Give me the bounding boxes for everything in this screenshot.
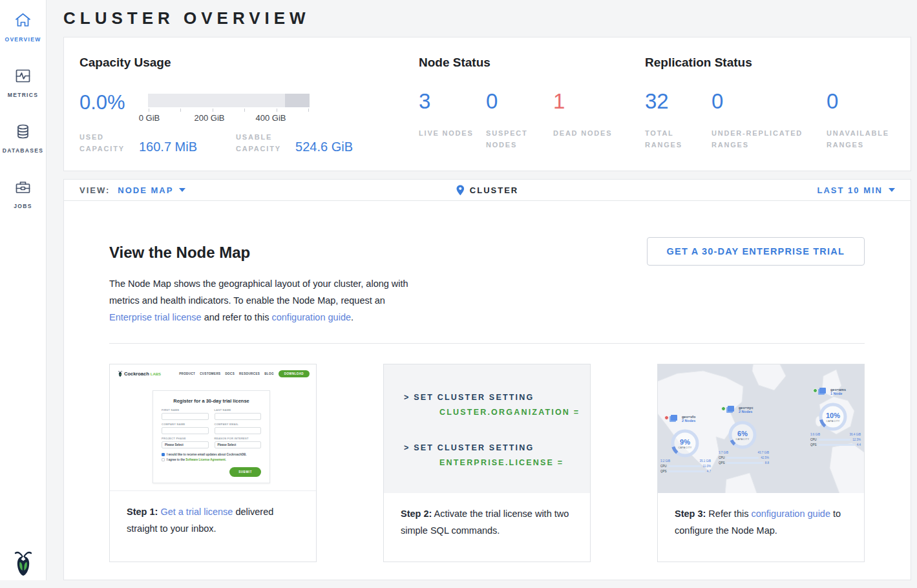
- sidebar: OVERVIEW METRICS DATABASES: [0, 0, 47, 588]
- field-label: PROJECT PHASE: [162, 437, 209, 440]
- sql-argument: ENTERPRISE.LICENSE =: [439, 458, 590, 467]
- sql-command: SET CLUSTER SETTING: [414, 443, 534, 452]
- replication-status-section: Replication Status 32 TOTAL RANGES 0 UND…: [645, 56, 886, 171]
- divider: [109, 343, 865, 344]
- step-2-caption: Step 2: Activate the trial license with …: [384, 493, 590, 539]
- select-input: Please Select: [162, 441, 209, 448]
- cluster-summary-card: Capacity Usage 0.0% 0 GiB 200 GiB 400 Gi…: [63, 37, 911, 171]
- view-bar: VIEW: NODE MAP CLUSTER LAST 10 MIN: [63, 179, 911, 201]
- description-text: The Node Map shows the geographical layo…: [109, 278, 408, 306]
- suspect-nodes-cell: 0 SUSPECT NODES: [486, 89, 553, 151]
- step-3-caption: Step 3: Refer this configuration guide t…: [658, 493, 864, 539]
- dead-nodes-cell: 1 DEAD NODES: [553, 89, 613, 151]
- under-replicated-ranges-value: 0: [711, 89, 827, 114]
- capacity-usage-section: Capacity Usage 0.0% 0 GiB 200 GiB 400 Gi…: [79, 56, 419, 171]
- select-input: Please Select: [215, 441, 262, 448]
- get-trial-license-link[interactable]: Get a trial license: [160, 507, 233, 517]
- sql-command: SET CLUSTER SETTING: [414, 393, 534, 402]
- used-capacity: 3.2 GiB: [660, 459, 670, 463]
- capacity-label: CAPACITY: [678, 446, 691, 449]
- sidebar-item-label: OVERVIEW: [5, 36, 41, 43]
- total-capacity: 35.1 GiB: [699, 459, 711, 463]
- sidebar-item-jobs[interactable]: JOBS: [0, 178, 47, 209]
- capacity-percent: 9%: [680, 438, 690, 446]
- configuration-guide-link[interactable]: configuration guide: [271, 312, 351, 322]
- chevron-down-icon: [179, 188, 185, 192]
- briefcase-icon: [14, 178, 32, 198]
- capacity-usage-title: Capacity Usage: [79, 56, 419, 70]
- used-capacity: 3.7 GiB: [719, 451, 728, 454]
- page-background-strip: [0, 580, 917, 588]
- node-map-panel: View the Node Map GET A 30-DAY ENTERPRIS…: [63, 201, 911, 580]
- capacity-label: CAPACITY: [735, 438, 749, 441]
- prompt-symbol: >: [404, 393, 410, 402]
- sidebar-item-databases[interactable]: DATABASES: [0, 123, 47, 154]
- usable-capacity-label: USABLE CAPACITY: [236, 131, 295, 154]
- view-selector-dropdown[interactable]: NODE MAP: [118, 185, 185, 195]
- configuration-guide-link[interactable]: configuration guide: [751, 509, 830, 519]
- nav-item: BLOG: [264, 372, 274, 375]
- prompt-symbol: >: [404, 443, 410, 452]
- node-cube-icon: [671, 415, 677, 421]
- usable-capacity-value: 524.6 GiB: [295, 140, 353, 154]
- tick-label: 400 GiB: [256, 113, 286, 123]
- checkbox-label: I agree to the Software License Agreemen…: [167, 458, 226, 461]
- capacity-percent: 0.0%: [79, 91, 148, 125]
- total-ranges-value: 32: [645, 89, 711, 114]
- sidebar-item-label: JOBS: [14, 203, 32, 209]
- cpu-label: CPU: [810, 438, 818, 441]
- map-node-ams-stats: 3.6 GiB36.4 GiB CPU12.3% QPS4.4: [810, 433, 861, 448]
- under-replicated-ranges-label: UNDER-REPLICATED RANGES: [711, 127, 808, 151]
- sidebar-item-overview[interactable]: OVERVIEW: [0, 12, 47, 43]
- field-label: FIRST NAME: [162, 408, 209, 412]
- checkbox-label: I would like to receive email updates ab…: [167, 453, 247, 456]
- text-input: [162, 427, 209, 434]
- nav-item: CUSTOMERS: [200, 372, 220, 375]
- checkbox-unchecked: [162, 458, 165, 461]
- capacity-label: CAPACITY: [826, 420, 839, 423]
- unavailable-ranges-cell: 0 UNAVAILABLE RANGES: [827, 89, 886, 151]
- tick-label: 0 GiB: [139, 113, 160, 123]
- mini-submit-button: SUBMIT: [229, 467, 261, 477]
- nav-item: PRODUCT: [179, 372, 195, 375]
- mini-download-button: DOWNLOAD: [279, 370, 310, 377]
- step-3-card: geo=sfo 2 Nodes 9% CAPACITY 3.2 G: [657, 364, 865, 562]
- sidebar-item-metrics[interactable]: METRICS: [0, 67, 47, 98]
- license-agreement-link: Software License Agreement.: [185, 458, 226, 461]
- capacity-bar-ticks: [148, 109, 310, 112]
- total-ranges-cell: 32 TOTAL RANGES: [645, 89, 711, 151]
- cockroach-labs-logo: [0, 549, 47, 578]
- node-map-description: The Node Map shows the geographical layo…: [109, 275, 416, 326]
- cpu-value: 12.3%: [852, 438, 861, 441]
- metrics-icon: [14, 67, 32, 87]
- field-label: COMPANY EMAIL: [215, 423, 262, 426]
- databases-icon: [14, 123, 32, 143]
- total-ranges-label: TOTAL RANGES: [645, 127, 704, 151]
- map-node-sfo-stats: 3.2 GiB35.1 GiB CPU11.0% QPS4.7: [660, 459, 711, 475]
- map-pin-icon: [456, 185, 465, 196]
- node-cube-icon: [728, 406, 734, 412]
- scope-label: CLUSTER: [470, 185, 518, 195]
- nav-item: RESOURCES: [239, 372, 260, 375]
- form-title: Register for a 30-day trial license: [162, 398, 261, 404]
- get-enterprise-trial-button[interactable]: GET A 30-DAY ENTERPRISE TRIAL: [647, 237, 865, 266]
- used-capacity-label: USED CAPACITY: [79, 131, 139, 154]
- time-range-dropdown[interactable]: LAST 10 MIN: [817, 185, 895, 195]
- node-map-preview: geo=sfo 2 Nodes 9% CAPACITY 3.2 G: [658, 364, 864, 493]
- qps-label: QPS: [810, 443, 818, 446]
- brand-text: Cockroach: [124, 371, 149, 377]
- register-screenshot: Cockroach LABS PRODUCT CUSTOMERS DOCS RE…: [110, 364, 316, 491]
- field-label: REASON FOR INTEREST: [215, 437, 262, 440]
- caption-text: Refer this: [706, 509, 751, 519]
- suspect-nodes-label: SUSPECT NODES: [486, 127, 545, 151]
- map-node-ams: geo=ams 1 Node: [813, 388, 846, 395]
- capacity-gauge-sfo: 9% CAPACITY: [670, 428, 700, 458]
- chevron-down-icon: [889, 188, 895, 192]
- enterprise-trial-license-link[interactable]: Enterprise trial license: [109, 312, 202, 322]
- step-number: Step 2:: [401, 509, 432, 519]
- capacity-percent: 10%: [826, 412, 840, 419]
- step-1-card: Cockroach LABS PRODUCT CUSTOMERS DOCS RE…: [109, 364, 317, 562]
- qps-value: 8.8: [765, 461, 769, 465]
- total-capacity: 36.4 GiB: [849, 433, 861, 436]
- capacity-gauge-ams: 10% CAPACITY: [818, 402, 848, 432]
